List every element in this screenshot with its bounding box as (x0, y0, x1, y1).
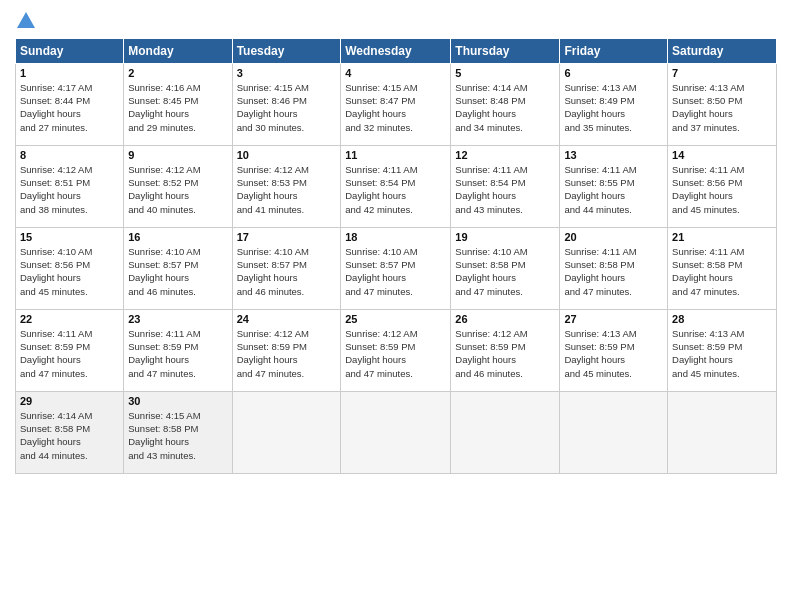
day-number: 23 (128, 313, 227, 325)
day-cell: 18 Sunrise: 4:10 AMSunset: 8:57 PMDaylig… (341, 227, 451, 309)
day-info: Sunrise: 4:13 AMSunset: 8:59 PMDaylight … (672, 328, 744, 379)
day-cell: 7 Sunrise: 4:13 AMSunset: 8:50 PMDayligh… (668, 63, 777, 145)
day-info: Sunrise: 4:10 AMSunset: 8:57 PMDaylight … (128, 246, 200, 297)
weekday-tuesday: Tuesday (232, 38, 341, 63)
day-cell: 20 Sunrise: 4:11 AMSunset: 8:58 PMDaylig… (560, 227, 668, 309)
calendar-table: SundayMondayTuesdayWednesdayThursdayFrid… (15, 38, 777, 474)
day-number: 24 (237, 313, 337, 325)
day-cell: 23 Sunrise: 4:11 AMSunset: 8:59 PMDaylig… (124, 309, 232, 391)
day-info: Sunrise: 4:12 AMSunset: 8:59 PMDaylight … (345, 328, 417, 379)
day-cell: 2 Sunrise: 4:16 AMSunset: 8:45 PMDayligh… (124, 63, 232, 145)
day-cell: 15 Sunrise: 4:10 AMSunset: 8:56 PMDaylig… (16, 227, 124, 309)
day-cell (341, 391, 451, 473)
day-info: Sunrise: 4:12 AMSunset: 8:52 PMDaylight … (128, 164, 200, 215)
day-number: 22 (20, 313, 119, 325)
day-info: Sunrise: 4:11 AMSunset: 8:54 PMDaylight … (455, 164, 527, 215)
day-info: Sunrise: 4:12 AMSunset: 8:59 PMDaylight … (455, 328, 527, 379)
day-number: 4 (345, 67, 446, 79)
weekday-wednesday: Wednesday (341, 38, 451, 63)
day-cell: 22 Sunrise: 4:11 AMSunset: 8:59 PMDaylig… (16, 309, 124, 391)
day-cell: 17 Sunrise: 4:10 AMSunset: 8:57 PMDaylig… (232, 227, 341, 309)
day-number: 2 (128, 67, 227, 79)
weekday-friday: Friday (560, 38, 668, 63)
day-cell: 16 Sunrise: 4:10 AMSunset: 8:57 PMDaylig… (124, 227, 232, 309)
day-cell: 1 Sunrise: 4:17 AMSunset: 8:44 PMDayligh… (16, 63, 124, 145)
day-info: Sunrise: 4:14 AMSunset: 8:58 PMDaylight … (20, 410, 92, 461)
day-info: Sunrise: 4:12 AMSunset: 8:53 PMDaylight … (237, 164, 309, 215)
day-number: 5 (455, 67, 555, 79)
day-cell: 30 Sunrise: 4:15 AMSunset: 8:58 PMDaylig… (124, 391, 232, 473)
day-cell: 27 Sunrise: 4:13 AMSunset: 8:59 PMDaylig… (560, 309, 668, 391)
day-info: Sunrise: 4:11 AMSunset: 8:55 PMDaylight … (564, 164, 636, 215)
day-info: Sunrise: 4:12 AMSunset: 8:59 PMDaylight … (237, 328, 309, 379)
logo (15, 10, 35, 30)
day-number: 29 (20, 395, 119, 407)
day-cell (451, 391, 560, 473)
day-cell: 14 Sunrise: 4:11 AMSunset: 8:56 PMDaylig… (668, 145, 777, 227)
day-number: 10 (237, 149, 337, 161)
day-number: 8 (20, 149, 119, 161)
day-cell: 4 Sunrise: 4:15 AMSunset: 8:47 PMDayligh… (341, 63, 451, 145)
day-info: Sunrise: 4:11 AMSunset: 8:56 PMDaylight … (672, 164, 744, 215)
day-info: Sunrise: 4:13 AMSunset: 8:50 PMDaylight … (672, 82, 744, 133)
day-info: Sunrise: 4:16 AMSunset: 8:45 PMDaylight … (128, 82, 200, 133)
day-info: Sunrise: 4:13 AMSunset: 8:49 PMDaylight … (564, 82, 636, 133)
day-cell: 26 Sunrise: 4:12 AMSunset: 8:59 PMDaylig… (451, 309, 560, 391)
day-number: 17 (237, 231, 337, 243)
day-info: Sunrise: 4:15 AMSunset: 8:47 PMDaylight … (345, 82, 417, 133)
day-cell: 25 Sunrise: 4:12 AMSunset: 8:59 PMDaylig… (341, 309, 451, 391)
page: SundayMondayTuesdayWednesdayThursdayFrid… (0, 0, 792, 612)
day-cell: 8 Sunrise: 4:12 AMSunset: 8:51 PMDayligh… (16, 145, 124, 227)
day-number: 13 (564, 149, 663, 161)
day-cell: 5 Sunrise: 4:14 AMSunset: 8:48 PMDayligh… (451, 63, 560, 145)
day-info: Sunrise: 4:10 AMSunset: 8:57 PMDaylight … (345, 246, 417, 297)
day-cell: 13 Sunrise: 4:11 AMSunset: 8:55 PMDaylig… (560, 145, 668, 227)
week-row-5: 29 Sunrise: 4:14 AMSunset: 8:58 PMDaylig… (16, 391, 777, 473)
day-number: 25 (345, 313, 446, 325)
header (15, 10, 777, 30)
day-number: 11 (345, 149, 446, 161)
day-cell: 21 Sunrise: 4:11 AMSunset: 8:58 PMDaylig… (668, 227, 777, 309)
day-number: 3 (237, 67, 337, 79)
day-number: 9 (128, 149, 227, 161)
day-number: 30 (128, 395, 227, 407)
weekday-saturday: Saturday (668, 38, 777, 63)
day-cell: 12 Sunrise: 4:11 AMSunset: 8:54 PMDaylig… (451, 145, 560, 227)
logo-bird-icon (17, 11, 35, 29)
day-cell (668, 391, 777, 473)
day-info: Sunrise: 4:11 AMSunset: 8:58 PMDaylight … (672, 246, 744, 297)
day-cell: 6 Sunrise: 4:13 AMSunset: 8:49 PMDayligh… (560, 63, 668, 145)
day-info: Sunrise: 4:10 AMSunset: 8:57 PMDaylight … (237, 246, 309, 297)
day-number: 19 (455, 231, 555, 243)
weekday-sunday: Sunday (16, 38, 124, 63)
day-cell: 3 Sunrise: 4:15 AMSunset: 8:46 PMDayligh… (232, 63, 341, 145)
day-number: 6 (564, 67, 663, 79)
weekday-header-row: SundayMondayTuesdayWednesdayThursdayFrid… (16, 38, 777, 63)
weekday-thursday: Thursday (451, 38, 560, 63)
day-info: Sunrise: 4:10 AMSunset: 8:58 PMDaylight … (455, 246, 527, 297)
day-info: Sunrise: 4:11 AMSunset: 8:59 PMDaylight … (20, 328, 92, 379)
day-number: 7 (672, 67, 772, 79)
day-info: Sunrise: 4:11 AMSunset: 8:58 PMDaylight … (564, 246, 636, 297)
day-number: 21 (672, 231, 772, 243)
day-cell: 19 Sunrise: 4:10 AMSunset: 8:58 PMDaylig… (451, 227, 560, 309)
day-number: 15 (20, 231, 119, 243)
day-number: 12 (455, 149, 555, 161)
day-cell: 29 Sunrise: 4:14 AMSunset: 8:58 PMDaylig… (16, 391, 124, 473)
weekday-monday: Monday (124, 38, 232, 63)
day-cell: 9 Sunrise: 4:12 AMSunset: 8:52 PMDayligh… (124, 145, 232, 227)
day-number: 14 (672, 149, 772, 161)
day-number: 20 (564, 231, 663, 243)
day-info: Sunrise: 4:12 AMSunset: 8:51 PMDaylight … (20, 164, 92, 215)
week-row-2: 8 Sunrise: 4:12 AMSunset: 8:51 PMDayligh… (16, 145, 777, 227)
day-number: 1 (20, 67, 119, 79)
day-info: Sunrise: 4:10 AMSunset: 8:56 PMDaylight … (20, 246, 92, 297)
day-cell: 24 Sunrise: 4:12 AMSunset: 8:59 PMDaylig… (232, 309, 341, 391)
day-cell (232, 391, 341, 473)
day-info: Sunrise: 4:17 AMSunset: 8:44 PMDaylight … (20, 82, 92, 133)
day-cell (560, 391, 668, 473)
calendar-body: 1 Sunrise: 4:17 AMSunset: 8:44 PMDayligh… (16, 63, 777, 473)
day-number: 16 (128, 231, 227, 243)
day-cell: 10 Sunrise: 4:12 AMSunset: 8:53 PMDaylig… (232, 145, 341, 227)
calendar-header: SundayMondayTuesdayWednesdayThursdayFrid… (16, 38, 777, 63)
